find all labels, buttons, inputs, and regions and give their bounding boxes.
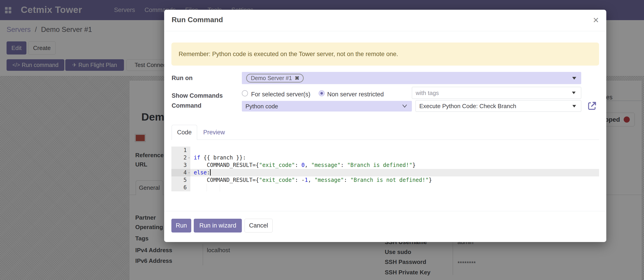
code-editor[interactable]: 12▾34▾56 if {{ branch }}: COMMAND_RESULT… — [172, 147, 599, 192]
editor-gutter: 12▾34▾56 — [172, 147, 190, 191]
gutter-line-4: 4▾ — [172, 169, 190, 176]
code-line-4[interactable]: else: — [190, 169, 599, 176]
tab-code[interactable]: Code — [172, 125, 197, 140]
code-line-1[interactable] — [190, 147, 599, 154]
with-tags-dropdown[interactable]: with tags — [412, 87, 581, 99]
radio-for-selected-servers[interactable] — [242, 90, 248, 96]
command-type-value: Python code — [246, 103, 278, 110]
gutter-line-2: 2▾ — [172, 154, 190, 162]
command-label: Command — [172, 102, 202, 109]
fold-caret-icon[interactable]: ▾ — [188, 169, 190, 176]
indent-guide — [220, 184, 220, 191]
run-command-modal: Run Command ✕ Remember: Python code is e… — [164, 10, 606, 242]
code-line-6[interactable] — [190, 184, 599, 191]
python-warning-alert: Remember: Python code is executed on the… — [172, 43, 599, 66]
indent-guide — [206, 184, 207, 191]
command-type-select[interactable]: Python code — [242, 101, 412, 111]
radio-non-server-restricted[interactable] — [318, 90, 325, 96]
screenshot-root: Cetmix Tower ServersCommandsFilesToolsSe… — [0, 0, 644, 280]
radio-non-server-restricted-label[interactable]: Non server restricted — [327, 91, 384, 98]
editor-content[interactable]: if {{ branch }}: COMMAND_RESULT={"exit_c… — [190, 147, 599, 191]
show-commands-label: Show Commands — [172, 92, 223, 99]
code-line-2[interactable]: if {{ branch }}: — [190, 154, 599, 162]
warning-text: Remember: Python code is executed on the… — [178, 51, 398, 58]
tag-remove-icon[interactable]: ✖ — [295, 75, 300, 81]
code-line-5[interactable]: COMMAND_RESULT={"exit_code": -1, "messag… — [190, 176, 599, 184]
cancel-button[interactable]: Cancel — [244, 219, 272, 232]
gutter-line-3: 3 — [172, 162, 190, 169]
run-on-label: Run on — [172, 75, 192, 82]
close-icon[interactable]: ✕ — [591, 15, 601, 25]
code-line-3[interactable]: COMMAND_RESULT={"exit_code": 0, "message… — [190, 162, 599, 169]
radio-for-selected-servers-label[interactable]: For selected server(s) — [251, 91, 310, 98]
run-button[interactable]: Run — [172, 219, 191, 232]
chevron-down-icon — [572, 92, 576, 94]
gutter-line-6: 6 — [172, 184, 190, 191]
server-tag: Demo Server #1 ✖ — [246, 74, 304, 83]
server-tag-label: Demo Server #1 — [251, 75, 292, 81]
text-cursor — [210, 169, 211, 176]
tabs-border — [172, 139, 599, 140]
gutter-line-1: 1 — [172, 147, 190, 154]
external-link-icon[interactable] — [587, 101, 597, 111]
modal-title: Run Command — [172, 16, 223, 24]
gutter-line-5: 5 — [172, 176, 190, 184]
fold-caret-icon[interactable]: ▾ — [188, 154, 190, 162]
tab-preview[interactable]: Preview — [200, 125, 229, 140]
command-value: Execute Python Code: Check Branch — [419, 102, 516, 109]
command-select[interactable]: Execute Python Code: Check Branch — [416, 100, 581, 112]
run-in-wizard-button[interactable]: Run in wizard — [194, 219, 242, 232]
chevron-down-icon — [402, 104, 407, 108]
run-on-multiselect[interactable]: Demo Server #1 ✖ — [242, 72, 581, 84]
chevron-down-icon — [572, 105, 576, 107]
modal-header: Run Command ✕ — [164, 10, 606, 31]
with-tags-placeholder: with tags — [416, 89, 439, 96]
chevron-down-icon — [572, 77, 576, 80]
